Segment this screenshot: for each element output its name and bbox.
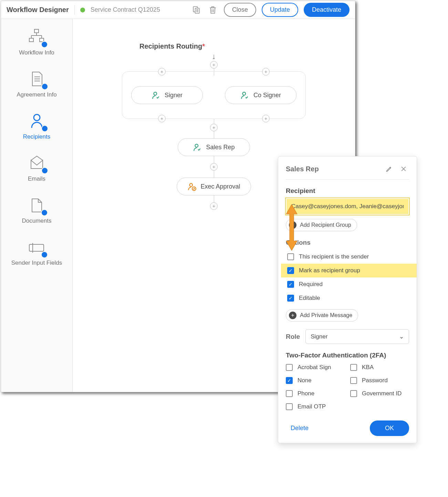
update-button[interactable]: Update (262, 3, 298, 17)
role-select[interactable]: Signer ⌄ (305, 329, 409, 344)
tfa-phone[interactable]: Phone (286, 389, 345, 398)
workflow-canvas: Recipients Routing* ↓ + + + Signer (73, 19, 355, 392)
edit-badge-icon (41, 41, 48, 48)
plus-icon: + (289, 312, 296, 319)
close-icon[interactable] (398, 163, 409, 174)
signer-icon (193, 143, 202, 152)
routing-title: Recipients Routing* (139, 42, 205, 50)
edit-badge-icon (41, 209, 48, 216)
option-required[interactable]: ✓ Required (286, 277, 409, 291)
sender-input-fields-icon (27, 239, 46, 256)
tfa-government-id[interactable]: Government ID (350, 389, 409, 398)
sidebar-item-documents[interactable]: Documents (22, 197, 52, 224)
add-node-button[interactable]: + (262, 68, 270, 75)
sidebar-item-sender-input-fields[interactable]: Sender Input Fields (11, 239, 62, 266)
edit-badge-icon (41, 125, 48, 132)
checkbox-unchecked-icon[interactable] (350, 377, 357, 384)
node-cosigner[interactable]: Co Signer (225, 86, 296, 104)
body: Workflow Info Agreement Info Recipients (1, 19, 355, 392)
add-node-button[interactable]: + (210, 124, 218, 131)
sidebar-item-label: Workflow Info (19, 49, 54, 56)
status-active-icon (80, 8, 85, 12)
close-button[interactable]: Close (224, 3, 256, 17)
node-label: Signer (165, 92, 183, 99)
checkbox-checked-icon[interactable]: ✓ (287, 281, 294, 288)
checkbox-checked-icon[interactable]: ✓ (287, 267, 294, 274)
contract-name: Service Contract Q12025 (91, 6, 160, 13)
checkbox-checked-icon[interactable]: ✓ (287, 295, 294, 302)
option-editable[interactable]: ✓ Editable (286, 291, 409, 305)
popup-title: Sales Rep (286, 165, 380, 173)
sidebar-item-label: Emails (28, 175, 45, 182)
delete-button[interactable]: Delete (286, 422, 313, 435)
recipients-icon (28, 113, 46, 130)
sidebar-item-label: Agreement Info (17, 91, 56, 98)
app-window: Workflow Designer Service Contract Q1202… (1, 1, 355, 392)
add-node-button[interactable]: + (158, 68, 166, 75)
add-node-button[interactable]: + (210, 61, 218, 69)
header-bar: Workflow Designer Service Contract Q1202… (1, 1, 355, 19)
role-label: Role (286, 333, 300, 341)
tfa-section-label: Two-Factor Authentication (2FA) (286, 352, 409, 359)
edit-icon[interactable] (384, 163, 395, 174)
node-signer[interactable]: Signer (131, 86, 203, 104)
recipient-email-input[interactable] (286, 198, 409, 215)
sidebar-item-label: Sender Input Fields (11, 260, 62, 266)
tfa-acrobat-sign[interactable]: Acrobat Sign (286, 363, 345, 372)
checkbox-unchecked-icon[interactable] (286, 403, 293, 410)
checkbox-checked-icon[interactable]: ✓ (286, 377, 293, 384)
signer-icon (152, 91, 160, 100)
node-label: Co Signer (253, 92, 281, 99)
plus-icon: + (289, 221, 296, 229)
deactivate-button[interactable]: Deactivate (304, 3, 350, 17)
edit-badge-icon (41, 251, 48, 258)
edit-badge-icon (41, 167, 48, 174)
add-recipient-group-button[interactable]: + Add Recipient Group (286, 219, 357, 231)
divider (74, 5, 75, 15)
tfa-email-otp[interactable]: Email OTP (286, 402, 345, 412)
sidebar-item-workflow-info[interactable]: Workflow Info (19, 29, 54, 56)
sidebar-item-agreement-info[interactable]: Agreement Info (17, 71, 56, 98)
recipient-editor-popup: Sales Rep Recipient + Add Recipient Grou… (278, 156, 417, 443)
svg-point-17 (34, 114, 40, 121)
svg-point-22 (195, 144, 198, 147)
ok-button[interactable]: OK (370, 420, 409, 436)
agreement-info-icon (28, 71, 46, 88)
add-node-button[interactable]: + (262, 115, 270, 122)
checkbox-unchecked-icon[interactable] (350, 364, 357, 371)
copy-icon[interactable] (191, 4, 202, 16)
add-private-message-button[interactable]: + Add Private Message (286, 309, 358, 322)
checkbox-unchecked-icon[interactable] (287, 253, 294, 260)
svg-rect-8 (29, 38, 33, 42)
parallel-group: + + Signer Co Sign (122, 71, 306, 119)
workflow-info-icon (27, 29, 46, 46)
sidebar: Workflow Info Agreement Info Recipients (1, 19, 73, 392)
sidebar-item-emails[interactable]: Emails (28, 155, 46, 182)
option-mark-recipient-group[interactable]: ✓ Mark as recipient group (281, 264, 417, 277)
sidebar-item-label: Documents (22, 217, 52, 224)
tfa-password[interactable]: Password (350, 376, 409, 385)
svg-rect-18 (29, 244, 44, 251)
add-node-button[interactable]: + (158, 115, 166, 122)
app-title: Workflow Designer (7, 6, 69, 14)
add-node-button[interactable]: + (210, 163, 218, 171)
trash-icon[interactable] (207, 4, 218, 16)
chevron-down-icon: ⌄ (399, 333, 404, 340)
svg-rect-7 (34, 29, 39, 33)
signer-icon (240, 91, 249, 100)
node-exec-approval[interactable]: Exec Approval (177, 178, 251, 195)
tfa-none[interactable]: ✓None (286, 376, 345, 385)
recipient-section-label: Recipient (286, 187, 409, 195)
svg-point-21 (242, 92, 246, 95)
checkbox-unchecked-icon[interactable] (286, 390, 293, 397)
arrow-down-icon: ↓ (212, 52, 216, 61)
checkbox-unchecked-icon[interactable] (350, 390, 357, 397)
options-section-label: Options (286, 239, 409, 246)
edit-badge-icon (41, 83, 48, 90)
option-is-sender[interactable]: This recipient is the sender (286, 250, 409, 264)
tfa-kba[interactable]: KBA (350, 363, 409, 372)
sidebar-item-recipients[interactable]: Recipients (23, 113, 50, 140)
node-salesrep[interactable]: Sales Rep (178, 138, 250, 156)
checkbox-unchecked-icon[interactable] (286, 364, 293, 371)
add-node-button[interactable]: + (210, 202, 218, 210)
